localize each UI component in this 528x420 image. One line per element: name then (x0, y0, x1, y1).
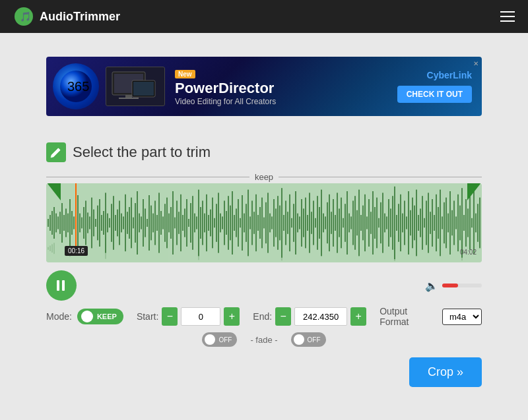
end-time-input[interactable] (294, 307, 347, 326)
svg-rect-110 (244, 214, 245, 233)
svg-rect-112 (248, 190, 249, 256)
svg-rect-143 (309, 193, 310, 253)
svg-rect-162 (346, 191, 348, 255)
svg-rect-192 (406, 216, 407, 229)
svg-rect-191 (404, 200, 405, 245)
svg-rect-140 (303, 208, 304, 237)
svg-rect-130 (283, 215, 284, 231)
start-increase-button[interactable]: + (224, 307, 240, 326)
svg-rect-194 (410, 210, 411, 235)
svg-rect-197 (416, 190, 417, 256)
svg-rect-123 (269, 214, 271, 233)
end-decrease-button[interactable]: − (275, 307, 291, 326)
left-handle[interactable] (46, 183, 61, 203)
svg-rect-19 (63, 215, 65, 231)
svg-rect-132 (287, 212, 288, 234)
svg-rect-152 (327, 202, 328, 243)
svg-rect-122 (267, 193, 269, 253)
svg-rect-135 (293, 204, 294, 242)
svg-rect-54 (133, 218, 134, 229)
svg-rect-73 (170, 207, 172, 239)
fade-out-knob (294, 334, 304, 345)
svg-rect-136 (295, 191, 296, 255)
svg-rect-176 (374, 207, 376, 239)
svg-rect-62 (148, 195, 150, 251)
svg-rect-20 (65, 208, 67, 237)
svg-rect-205 (432, 199, 433, 247)
svg-rect-151 (325, 216, 326, 229)
svg-rect-121 (265, 202, 267, 243)
fade-out-toggle[interactable]: OFF (291, 332, 326, 347)
svg-rect-100 (224, 200, 225, 245)
svg-rect-109 (242, 195, 243, 251)
svg-rect-57 (139, 214, 140, 233)
play-pause-button[interactable] (46, 270, 77, 301)
keep-line-left (46, 177, 249, 177)
svg-rect-168 (358, 190, 360, 256)
fade-in-toggle[interactable]: OFF (202, 332, 237, 347)
end-increase-button[interactable]: + (350, 307, 366, 326)
svg-rect-49 (123, 216, 124, 229)
svg-rect-219 (459, 206, 461, 241)
svg-rect-86 (196, 216, 197, 229)
svg-rect-216 (453, 200, 455, 245)
svg-rect-98 (220, 214, 221, 233)
crop-button[interactable]: Crop » (409, 357, 482, 387)
svg-rect-221 (463, 215, 465, 231)
svg-rect-238 (394, 235, 395, 261)
svg-rect-69 (162, 216, 164, 229)
svg-rect-61 (147, 219, 148, 227)
svg-rect-83 (190, 203, 191, 243)
svg-rect-52 (129, 207, 130, 239)
svg-rect-89 (202, 200, 203, 245)
svg-rect-235 (105, 238, 106, 259)
svg-rect-38 (101, 215, 102, 231)
end-label: End: (253, 311, 272, 322)
svg-rect-212 (446, 198, 447, 249)
svg-rect-11 (48, 219, 49, 227)
ad-close-button[interactable]: ✕ (473, 60, 478, 67)
svg-rect-189 (400, 195, 401, 251)
svg-rect-32 (89, 216, 90, 229)
svg-rect-76 (176, 200, 178, 245)
mode-toggle-knob (81, 311, 93, 322)
right-handle[interactable] (467, 183, 482, 203)
svg-rect-95 (214, 218, 215, 227)
format-select[interactable]: m4a mp3 wav ogg (442, 309, 482, 325)
format-group: Output Format m4a mp3 wav ogg (380, 306, 482, 327)
svg-rect-142 (307, 215, 308, 231)
mode-toggle-text: KEEP (97, 313, 117, 320)
svg-rect-125 (273, 199, 275, 247)
svg-rect-88 (200, 207, 201, 239)
svg-rect-182 (386, 216, 387, 229)
svg-rect-160 (343, 218, 344, 227)
svg-rect-58 (141, 216, 142, 229)
start-decrease-button[interactable]: − (162, 307, 178, 326)
mode-toggle[interactable]: KEEP (77, 309, 123, 324)
fade-out-label: OFF (308, 336, 321, 344)
volume-slider[interactable] (442, 284, 482, 287)
svg-rect-24 (73, 216, 75, 229)
svg-rect-93 (210, 210, 211, 237)
svg-rect-63 (150, 206, 152, 241)
svg-rect-177 (376, 198, 378, 249)
svg-rect-172 (366, 216, 368, 229)
fade-separator: - fade - (250, 335, 277, 345)
svg-rect-167 (356, 210, 358, 235)
ad-sphere-icon: 365 (53, 63, 99, 109)
svg-marker-242 (467, 183, 482, 200)
waveform-container[interactable]: 00:16 04:02 (46, 183, 482, 262)
keep-label-row: keep (46, 172, 482, 182)
volume-icon: 🔈 (425, 280, 438, 292)
svg-rect-127 (277, 196, 279, 250)
svg-marker-241 (46, 183, 61, 200)
ad-new-badge: New (175, 70, 195, 78)
ad-cta-button[interactable]: CHECK IT OUT (397, 86, 472, 103)
svg-rect-175 (372, 191, 374, 255)
svg-rect-104 (232, 191, 233, 255)
start-time-input[interactable] (181, 307, 220, 326)
hamburger-menu[interactable] (500, 11, 515, 22)
svg-rect-33 (91, 198, 92, 249)
svg-rect-45 (115, 215, 116, 231)
svg-rect-147 (317, 196, 318, 250)
